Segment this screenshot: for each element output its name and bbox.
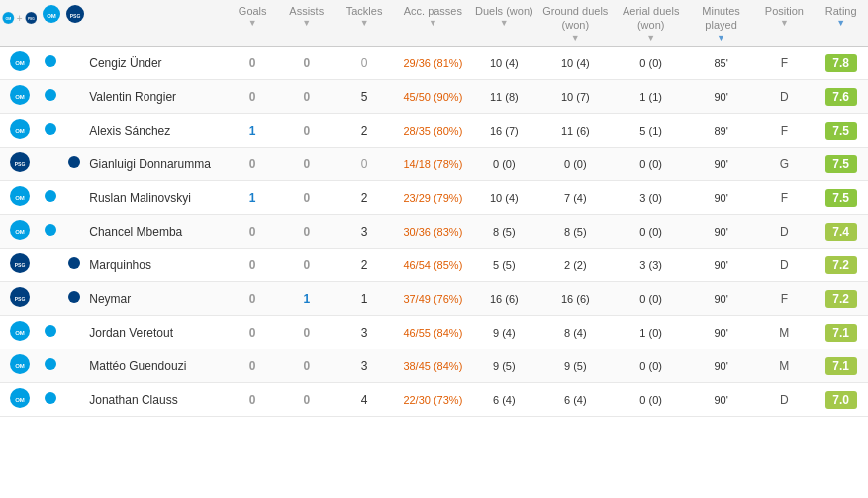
player-rating-cell: 7.5: [814, 181, 868, 215]
player-duels: 16 (7): [472, 114, 536, 148]
row-om-indicator: [39, 148, 62, 181]
player-goals: 0: [227, 383, 278, 417]
svg-point-10: [45, 55, 56, 67]
player-tackles: 3: [335, 316, 394, 349]
svg-point-34: [45, 325, 56, 337]
player-minutes: 90': [688, 349, 755, 383]
player-ground-duels: 7 (4): [536, 181, 615, 215]
player-tackles: 0: [335, 148, 394, 181]
player-rating-badge: 7.4: [825, 223, 857, 241]
svg-text:OM: OM: [15, 195, 25, 201]
player-acc-passes: 22/30 (73%): [394, 383, 472, 417]
player-aerial-duels: 0 (0): [615, 282, 688, 316]
svg-point-37: [45, 358, 56, 370]
player-minutes: 90': [688, 148, 755, 181]
player-position: F: [754, 181, 814, 215]
rating-col-header[interactable]: Rating ▼: [814, 0, 868, 47]
player-acc-passes: 14/18 (78%): [394, 148, 472, 181]
row-psg-indicator: [62, 316, 86, 349]
player-aerial-duels: 0 (0): [615, 349, 688, 383]
player-duels: 8 (5): [472, 215, 536, 249]
player-minutes: 89': [688, 114, 755, 148]
player-duels: 6 (4): [472, 383, 536, 417]
svg-text:OM: OM: [15, 128, 25, 134]
player-rating-badge: 7.1: [825, 357, 857, 375]
player-minutes: 90': [688, 181, 755, 215]
duels-col-header[interactable]: Duels (won) ▼: [472, 0, 536, 47]
position-col-header[interactable]: Position ▼: [754, 0, 814, 47]
player-goals: 1: [227, 114, 278, 148]
table-header-row: OM + PSG OM: [0, 0, 868, 47]
svg-text:OM: OM: [5, 17, 11, 21]
player-col-header: [86, 0, 227, 47]
svg-text:PSG: PSG: [28, 17, 35, 21]
row-team-badge-cell: OM: [0, 47, 39, 80]
player-goals: 0: [227, 316, 278, 349]
om-badge-icon: OM: [2, 4, 15, 32]
duels-sort-arrow: ▼: [475, 18, 533, 30]
row-team-badge-cell: OM: [0, 114, 39, 148]
player-aerial-duels: 1 (1): [615, 80, 688, 114]
row-om-indicator: [39, 249, 62, 282]
player-tackles: 4: [335, 383, 394, 417]
tackles-col-header[interactable]: Tackles ▼: [335, 0, 394, 47]
player-tackles: 3: [335, 215, 394, 249]
player-acc-passes: 46/55 (84%): [394, 316, 472, 349]
player-minutes: 90': [688, 249, 755, 282]
row-psg-indicator: [62, 181, 86, 215]
svg-text:PSG: PSG: [14, 262, 25, 268]
assists-col-header[interactable]: Assists ▼: [278, 0, 335, 47]
player-duels: 9 (4): [472, 316, 536, 349]
player-goals: 0: [227, 148, 278, 181]
minutes-col-header[interactable]: Minutes played ▼: [688, 0, 755, 47]
row-psg-indicator: [62, 47, 86, 80]
svg-point-13: [45, 89, 56, 101]
goals-col-header[interactable]: Goals ▼: [227, 0, 278, 47]
row-team-badge-cell: OM: [0, 80, 39, 114]
table-row: OM Alexis Sánchez 1 0 2 28/35 (80%) 16 (…: [0, 114, 868, 148]
player-aerial-duels: 0 (0): [615, 215, 688, 249]
player-position: F: [754, 282, 814, 316]
table-row: OM Jordan Veretout 0 0 3 46/55 (84%) 9 (…: [0, 316, 868, 349]
player-name: Cengiz Ünder: [86, 47, 227, 80]
player-minutes: 90': [688, 316, 755, 349]
ground-duels-col-header[interactable]: Ground duels (won) ▼: [536, 0, 615, 47]
player-name: Neymar: [86, 282, 227, 316]
assists-sort-arrow: ▼: [281, 18, 332, 30]
player-aerial-duels: 3 (0): [615, 181, 688, 215]
player-position: M: [754, 316, 814, 349]
player-goals: 1: [227, 181, 278, 215]
player-rating-badge: 7.5: [825, 189, 857, 207]
player-duels: 16 (6): [472, 282, 536, 316]
player-assists: 0: [278, 316, 335, 349]
player-ground-duels: 10 (7): [536, 80, 615, 114]
om-header-badge: OM: [42, 4, 61, 24]
player-ground-duels: 2 (2): [536, 249, 615, 282]
player-duels: 9 (5): [472, 349, 536, 383]
svg-point-22: [45, 190, 56, 202]
tackles-sort-arrow: ▼: [338, 18, 391, 30]
goals-sort-arrow: ▼: [230, 18, 275, 30]
player-rating-badge: 7.8: [825, 54, 857, 72]
row-om-indicator: [39, 383, 62, 417]
row-psg-indicator: [62, 349, 86, 383]
player-name: Ruslan Malinovskyi: [86, 181, 227, 215]
aerial-duels-col-header[interactable]: Aerial duels (won) ▼: [615, 0, 688, 47]
aerial-duels-sort-arrow: ▼: [618, 33, 685, 45]
player-rating-badge: 7.5: [825, 155, 857, 173]
player-acc-passes: 45/50 (90%): [394, 80, 472, 114]
psg-header-badge: PSG: [65, 4, 85, 24]
player-acc-passes: 23/29 (79%): [394, 181, 472, 215]
svg-point-28: [68, 257, 80, 269]
player-position: D: [754, 80, 814, 114]
svg-text:PSG: PSG: [70, 13, 81, 19]
player-assists: 0: [278, 80, 335, 114]
row-team-badge-cell: OM: [0, 349, 39, 383]
player-duels: 10 (4): [472, 47, 536, 80]
svg-text:OM: OM: [15, 60, 25, 66]
acc-passes-col-header[interactable]: Acc. passes ▼: [394, 0, 472, 47]
player-duels: 5 (5): [472, 249, 536, 282]
player-tackles: 0: [335, 47, 394, 80]
row-om-indicator: [39, 215, 62, 249]
row-om-indicator: [39, 316, 62, 349]
